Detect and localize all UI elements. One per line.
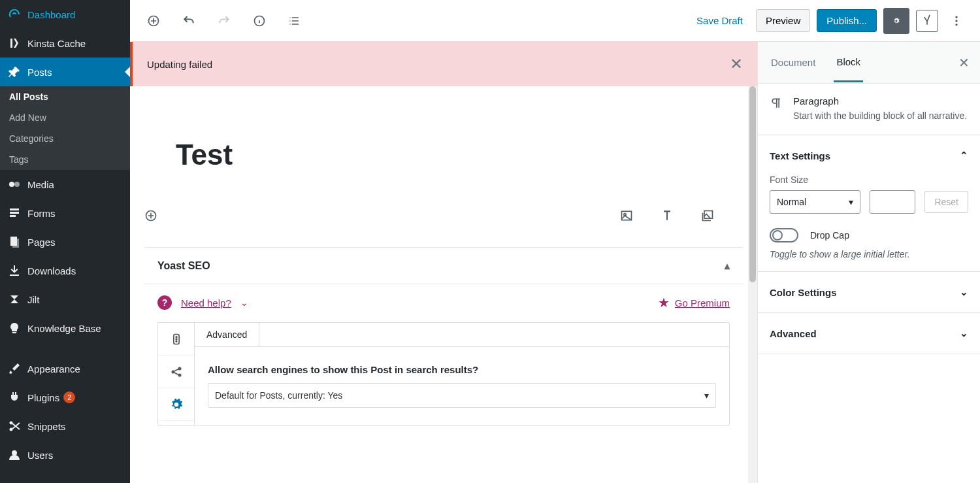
paragraph-icon <box>770 97 783 112</box>
svg-point-25 <box>178 373 181 376</box>
block-nav-button[interactable] <box>283 9 306 33</box>
sidebar-item-jilt[interactable]: Jilt <box>0 285 130 314</box>
tab-block[interactable]: Block <box>834 56 863 82</box>
sidebar-item-label: Jilt <box>27 294 39 305</box>
publish-button[interactable]: Publish... <box>817 9 877 32</box>
block-type-desc: Start with the building block of all nar… <box>793 109 967 123</box>
chevron-down-icon[interactable]: ⌄ <box>240 297 248 308</box>
advanced-toggle[interactable]: Advanced ⌄ <box>770 325 968 342</box>
drop-cap-toggle[interactable] <box>770 228 798 242</box>
sidebar-item-snippets[interactable]: Snippets <box>0 412 130 441</box>
font-size-input[interactable] <box>870 190 915 214</box>
sidebar-item-dashboard[interactable]: Dashboard <box>0 0 130 29</box>
plugins-update-badge: 2 <box>63 391 75 403</box>
svg-point-23 <box>171 370 174 373</box>
sidebar-item-label: Pages <box>27 237 56 248</box>
sidebar-item-label: Snippets <box>27 421 65 432</box>
help-icon: ? <box>157 295 172 310</box>
dashboard-icon <box>8 8 21 21</box>
preview-button[interactable]: Preview <box>756 9 810 32</box>
drop-cap-label: Drop Cap <box>810 230 849 241</box>
chevron-down-icon: ⌄ <box>960 286 968 298</box>
yoast-title: Yoast SEO <box>157 260 210 272</box>
svg-point-24 <box>178 367 181 370</box>
content-info-button[interactable] <box>248 9 271 33</box>
insert-gallery-button[interactable] <box>696 204 719 227</box>
submenu-categories[interactable]: Categories <box>0 128 130 149</box>
sidebar-item-users[interactable]: Users <box>0 441 130 469</box>
sidebar-item-knowledge[interactable]: Knowledge Base <box>0 314 130 342</box>
add-block-button[interactable] <box>142 9 165 33</box>
plug-icon <box>8 391 21 404</box>
redo-button[interactable] <box>212 9 236 33</box>
undo-button[interactable] <box>177 9 201 33</box>
yoast-advanced-tab[interactable] <box>158 388 194 421</box>
yoast-meta-box: Yoast SEO ▴ ? Need help? ⌄ ★ <box>144 247 743 425</box>
kinsta-icon <box>8 37 21 50</box>
submenu-add-new[interactable]: Add New <box>0 107 130 128</box>
downloads-icon <box>8 264 21 277</box>
notice-message: Updating failed <box>147 59 212 70</box>
yoast-social-tab[interactable] <box>158 356 194 388</box>
editor-scrollbar[interactable] <box>748 86 757 483</box>
go-premium-link[interactable]: Go Premium <box>675 297 730 308</box>
save-draft-button[interactable]: Save Draft <box>690 11 749 30</box>
svg-point-9 <box>12 450 17 456</box>
sidebar-item-appearance[interactable]: Appearance <box>0 354 130 383</box>
submenu-all-posts[interactable]: All Posts <box>0 86 130 107</box>
need-help-link[interactable]: Need help? <box>181 297 231 308</box>
insert-image-button[interactable] <box>615 204 638 227</box>
sidebar-item-forms[interactable]: Forms <box>0 199 130 227</box>
chevron-up-icon: ⌃ <box>960 150 968 161</box>
search-engines-select[interactable]: Default for Posts, currently: Yes ▾ <box>208 383 716 408</box>
submenu-tags[interactable]: Tags <box>0 149 130 170</box>
pin-icon <box>8 65 21 78</box>
color-settings-toggle[interactable]: Color Settings ⌄ <box>770 284 968 301</box>
sidebar-item-label: Users <box>27 450 53 461</box>
svg-point-20 <box>176 336 177 337</box>
font-size-reset-button[interactable]: Reset <box>924 191 968 213</box>
jilt-icon <box>8 293 21 306</box>
settings-close-button[interactable]: ✕ <box>958 55 970 71</box>
svg-rect-3 <box>10 212 19 214</box>
sidebar-item-kinsta[interactable]: Kinsta Cache <box>0 29 130 58</box>
sidebar-item-downloads[interactable]: Downloads <box>0 256 130 285</box>
settings-panel: Document Block ✕ Paragraph Start with th… <box>758 42 980 483</box>
sidebar-item-posts[interactable]: Posts <box>0 58 130 86</box>
font-size-select[interactable]: Normal ▾ <box>770 190 860 214</box>
sidebar-item-plugins[interactable]: Plugins 2 <box>0 383 130 412</box>
post-title-input[interactable]: Test <box>176 139 711 171</box>
sidebar-item-pages[interactable]: Pages <box>0 227 130 256</box>
add-paragraph-button[interactable] <box>139 204 163 227</box>
chevron-down-icon: ▾ <box>704 390 709 401</box>
admin-sidebar: Dashboard Kinsta Cache Posts All Posts A… <box>0 0 130 483</box>
notice-dismiss-button[interactable]: ✕ <box>730 55 743 73</box>
svg-point-0 <box>9 182 14 187</box>
users-icon <box>8 448 21 461</box>
tab-document[interactable]: Document <box>768 57 818 81</box>
yoast-icon-button[interactable] <box>916 10 938 32</box>
yoast-readability-tab[interactable] <box>158 323 194 356</box>
scrollbar-thumb[interactable] <box>749 86 756 282</box>
editor-canvas: Updating failed ✕ Test <box>130 42 758 483</box>
svg-rect-4 <box>10 215 16 217</box>
search-engines-label: Allow search engines to show this Post i… <box>208 364 716 375</box>
star-icon: ★ <box>658 295 670 310</box>
more-options-button[interactable] <box>945 9 968 33</box>
yoast-collapse-button[interactable]: ▴ <box>725 259 730 272</box>
sidebar-item-label: Forms <box>27 208 56 219</box>
sidebar-item-media[interactable]: Media <box>0 170 130 199</box>
svg-point-22 <box>176 341 177 342</box>
posts-submenu: All Posts Add New Categories Tags <box>0 86 130 170</box>
font-size-label: Font Size <box>770 175 968 185</box>
insert-heading-button[interactable] <box>655 204 679 227</box>
sidebar-item-label: Posts <box>27 67 52 78</box>
brush-icon <box>8 362 21 375</box>
text-settings-toggle[interactable]: Text Settings ⌃ <box>770 147 968 164</box>
svg-point-21 <box>176 339 177 340</box>
sidebar-item-label: Kinsta Cache <box>27 38 86 49</box>
chevron-down-icon: ▾ <box>849 197 853 207</box>
settings-gear-button[interactable] <box>883 8 909 34</box>
sidebar-item-label: Media <box>27 179 54 190</box>
yoast-advanced-content-tab[interactable]: Advanced <box>195 323 259 346</box>
